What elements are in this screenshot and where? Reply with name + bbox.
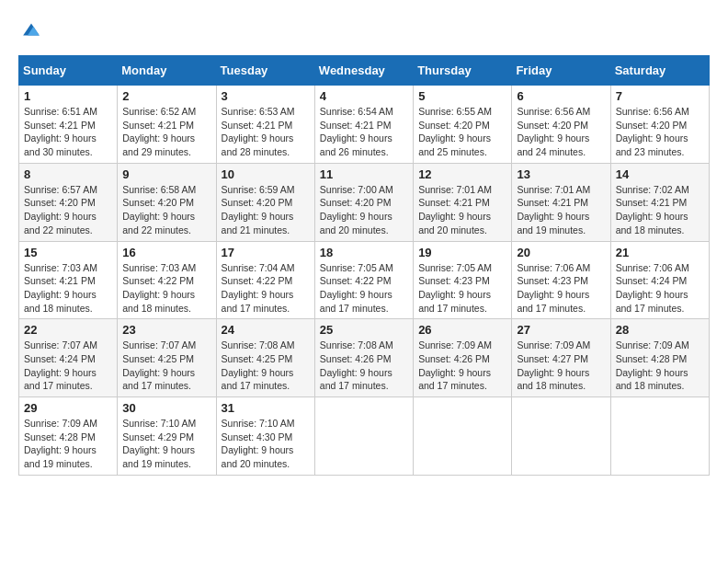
- day-cell: 15 Sunrise: 7:03 AM Sunset: 4:21 PM Dayl…: [19, 241, 118, 319]
- day-cell: 20 Sunrise: 7:06 AM Sunset: 4:23 PM Dayl…: [512, 241, 610, 319]
- day-info: Sunrise: 7:10 AM Sunset: 4:29 PM Dayligh…: [122, 417, 210, 471]
- day-info: Sunrise: 7:06 AM Sunset: 4:24 PM Dayligh…: [616, 261, 704, 316]
- header-cell-monday: Monday: [118, 56, 216, 86]
- day-info: Sunrise: 7:09 AM Sunset: 4:28 PM Dayligh…: [24, 417, 112, 471]
- header-cell-saturday: Saturday: [610, 56, 709, 86]
- day-number: 14: [616, 167, 704, 181]
- day-cell: 21 Sunrise: 7:06 AM Sunset: 4:24 PM Dayl…: [610, 241, 709, 319]
- calendar-table: SundayMondayTuesdayWednesdayThursdayFrid…: [18, 55, 710, 476]
- day-number: 30: [122, 401, 210, 415]
- day-cell: 12 Sunrise: 7:01 AM Sunset: 4:21 PM Dayl…: [414, 163, 512, 241]
- day-info: Sunrise: 7:05 AM Sunset: 4:23 PM Dayligh…: [418, 261, 506, 316]
- day-cell: 25 Sunrise: 7:08 AM Sunset: 4:26 PM Dayl…: [314, 319, 413, 397]
- day-number: 12: [418, 167, 506, 181]
- day-info: Sunrise: 7:09 AM Sunset: 4:26 PM Dayligh…: [418, 339, 506, 393]
- day-number: 4: [320, 89, 408, 103]
- day-info: Sunrise: 6:52 AM Sunset: 4:21 PM Dayligh…: [122, 105, 210, 159]
- day-number: 8: [24, 167, 112, 181]
- day-cell: [314, 397, 413, 476]
- day-info: Sunrise: 6:54 AM Sunset: 4:21 PM Dayligh…: [320, 105, 408, 159]
- day-info: Sunrise: 6:55 AM Sunset: 4:20 PM Dayligh…: [418, 105, 506, 159]
- day-number: 31: [222, 401, 310, 415]
- day-number: 1: [24, 89, 112, 103]
- day-number: 13: [517, 167, 605, 181]
- day-cell: 29 Sunrise: 7:09 AM Sunset: 4:28 PM Dayl…: [19, 397, 118, 476]
- day-info: Sunrise: 6:53 AM Sunset: 4:21 PM Dayligh…: [222, 105, 310, 159]
- day-number: 28: [616, 323, 704, 337]
- day-cell: 13 Sunrise: 7:01 AM Sunset: 4:21 PM Dayl…: [512, 163, 610, 241]
- day-cell: 19 Sunrise: 7:05 AM Sunset: 4:23 PM Dayl…: [414, 241, 512, 319]
- day-info: Sunrise: 7:07 AM Sunset: 4:25 PM Dayligh…: [122, 339, 210, 393]
- day-cell: 4 Sunrise: 6:54 AM Sunset: 4:21 PM Dayli…: [314, 86, 413, 164]
- week-row-1: 1 Sunrise: 6:51 AM Sunset: 4:21 PM Dayli…: [19, 86, 710, 164]
- day-cell: 8 Sunrise: 6:57 AM Sunset: 4:20 PM Dayli…: [19, 163, 118, 241]
- day-cell: 10 Sunrise: 6:59 AM Sunset: 4:20 PM Dayl…: [216, 163, 314, 241]
- day-info: Sunrise: 7:00 AM Sunset: 4:20 PM Dayligh…: [320, 183, 408, 237]
- day-number: 6: [517, 89, 605, 103]
- week-row-3: 15 Sunrise: 7:03 AM Sunset: 4:21 PM Dayl…: [19, 241, 710, 319]
- day-info: Sunrise: 7:03 AM Sunset: 4:22 PM Dayligh…: [122, 261, 210, 316]
- week-row-5: 29 Sunrise: 7:09 AM Sunset: 4:28 PM Dayl…: [19, 397, 710, 476]
- day-cell: 7 Sunrise: 6:56 AM Sunset: 4:20 PM Dayli…: [610, 86, 709, 164]
- day-cell: 3 Sunrise: 6:53 AM Sunset: 4:21 PM Dayli…: [216, 86, 314, 164]
- day-number: 16: [122, 246, 210, 259]
- day-number: 2: [122, 89, 210, 103]
- day-info: Sunrise: 6:57 AM Sunset: 4:20 PM Dayligh…: [24, 183, 112, 237]
- day-cell: 26 Sunrise: 7:09 AM Sunset: 4:26 PM Dayl…: [414, 319, 512, 397]
- day-cell: [610, 397, 709, 476]
- logo: [18, 18, 42, 40]
- day-number: 19: [418, 246, 506, 259]
- day-number: 3: [222, 89, 310, 103]
- day-number: 22: [24, 323, 112, 337]
- day-number: 25: [320, 323, 408, 337]
- day-cell: 24 Sunrise: 7:08 AM Sunset: 4:25 PM Dayl…: [216, 319, 314, 397]
- day-info: Sunrise: 7:09 AM Sunset: 4:27 PM Dayligh…: [517, 339, 605, 393]
- day-cell: 11 Sunrise: 7:00 AM Sunset: 4:20 PM Dayl…: [314, 163, 413, 241]
- day-number: 29: [24, 401, 112, 415]
- day-cell: 22 Sunrise: 7:07 AM Sunset: 4:24 PM Dayl…: [19, 319, 118, 397]
- day-info: Sunrise: 7:08 AM Sunset: 4:26 PM Dayligh…: [320, 339, 408, 393]
- day-cell: 17 Sunrise: 7:04 AM Sunset: 4:22 PM Dayl…: [216, 241, 314, 319]
- day-info: Sunrise: 6:56 AM Sunset: 4:20 PM Dayligh…: [616, 105, 704, 159]
- day-number: 20: [517, 246, 605, 259]
- day-number: 15: [24, 246, 112, 259]
- day-info: Sunrise: 7:01 AM Sunset: 4:21 PM Dayligh…: [418, 183, 506, 237]
- day-info: Sunrise: 6:58 AM Sunset: 4:20 PM Dayligh…: [122, 183, 210, 237]
- day-number: 24: [222, 323, 310, 337]
- day-number: 27: [517, 323, 605, 337]
- day-info: Sunrise: 7:10 AM Sunset: 4:30 PM Dayligh…: [222, 417, 310, 471]
- day-cell: 18 Sunrise: 7:05 AM Sunset: 4:22 PM Dayl…: [314, 241, 413, 319]
- day-info: Sunrise: 7:02 AM Sunset: 4:21 PM Dayligh…: [616, 183, 704, 237]
- day-info: Sunrise: 6:56 AM Sunset: 4:20 PM Dayligh…: [517, 105, 605, 159]
- header-cell-sunday: Sunday: [19, 56, 118, 86]
- day-number: 23: [122, 323, 210, 337]
- day-number: 26: [418, 323, 506, 337]
- day-cell: 1 Sunrise: 6:51 AM Sunset: 4:21 PM Dayli…: [19, 86, 118, 164]
- day-cell: 9 Sunrise: 6:58 AM Sunset: 4:20 PM Dayli…: [118, 163, 216, 241]
- day-cell: 30 Sunrise: 7:10 AM Sunset: 4:29 PM Dayl…: [118, 397, 216, 476]
- week-row-2: 8 Sunrise: 6:57 AM Sunset: 4:20 PM Dayli…: [19, 163, 710, 241]
- day-cell: 23 Sunrise: 7:07 AM Sunset: 4:25 PM Dayl…: [118, 319, 216, 397]
- day-info: Sunrise: 7:09 AM Sunset: 4:28 PM Dayligh…: [616, 339, 704, 393]
- day-number: 7: [616, 89, 704, 103]
- logo-icon: [20, 18, 42, 40]
- day-cell: [512, 397, 610, 476]
- day-info: Sunrise: 6:51 AM Sunset: 4:21 PM Dayligh…: [24, 105, 112, 159]
- header-cell-tuesday: Tuesday: [216, 56, 314, 86]
- day-number: 5: [418, 89, 506, 103]
- day-info: Sunrise: 6:59 AM Sunset: 4:20 PM Dayligh…: [222, 183, 310, 237]
- page-header: [18, 18, 710, 40]
- day-number: 9: [122, 167, 210, 181]
- day-info: Sunrise: 7:07 AM Sunset: 4:24 PM Dayligh…: [24, 339, 112, 393]
- day-info: Sunrise: 7:04 AM Sunset: 4:22 PM Dayligh…: [222, 261, 310, 316]
- day-cell: 14 Sunrise: 7:02 AM Sunset: 4:21 PM Dayl…: [610, 163, 709, 241]
- day-number: 18: [320, 246, 408, 259]
- day-number: 10: [222, 167, 310, 181]
- day-cell: 31 Sunrise: 7:10 AM Sunset: 4:30 PM Dayl…: [216, 397, 314, 476]
- day-cell: 16 Sunrise: 7:03 AM Sunset: 4:22 PM Dayl…: [118, 241, 216, 319]
- day-cell: 28 Sunrise: 7:09 AM Sunset: 4:28 PM Dayl…: [610, 319, 709, 397]
- day-info: Sunrise: 7:08 AM Sunset: 4:25 PM Dayligh…: [222, 339, 310, 393]
- day-number: 17: [222, 246, 310, 259]
- day-number: 21: [616, 246, 704, 259]
- day-cell: 27 Sunrise: 7:09 AM Sunset: 4:27 PM Dayl…: [512, 319, 610, 397]
